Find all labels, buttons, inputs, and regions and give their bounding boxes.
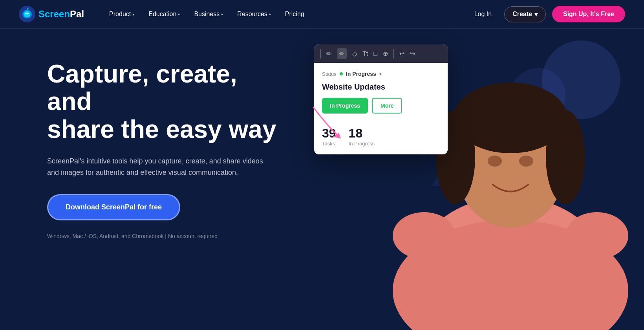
signup-button[interactable]: Sign Up, It's Free [552,6,625,22]
nav-item-resources[interactable]: Resources ▾ [231,7,277,21]
svg-point-11 [519,156,533,167]
svg-marker-2 [333,133,341,139]
in-progress-label: In Progress [349,141,375,147]
navigation: ScreenPal Product ▾ Education ▾ Business… [0,0,644,29]
status-chevron-icon: ▾ [379,72,381,76]
zoom-icon[interactable]: ⊕ [383,50,388,57]
redo-icon[interactable]: ↪ [410,50,415,57]
status-text: In Progress [346,71,376,77]
hero-section: Capture, create, and share the easy way … [0,29,644,330]
chevron-down-icon: ▾ [221,12,223,16]
in-progress-count: 18 [349,126,375,141]
svg-point-9 [546,110,585,204]
pen-icon[interactable]: ✏ [326,50,331,57]
nav-links: Product ▾ Education ▾ Business ▾ Resourc… [103,7,468,21]
text-icon[interactable]: Tt [362,50,368,57]
nav-item-pricing[interactable]: Pricing [279,7,311,21]
arrow-annotation [302,99,349,148]
svg-point-1 [24,11,30,17]
hero-content: Capture, create, and share the easy way … [0,29,283,330]
draw-icon[interactable]: ✏ [337,48,347,59]
mockup-card-title: Website Updates [322,82,440,92]
nav-item-education[interactable]: Education ▾ [142,7,186,21]
rectangle-icon[interactable]: □ [373,50,377,57]
nav-right: Log In Create ▾ Sign Up, It's Free [468,6,625,22]
logo[interactable]: ScreenPal [19,6,84,22]
chevron-down-icon: ▾ [534,11,538,18]
chevron-down-icon: ▾ [132,12,134,16]
nav-item-product[interactable]: Product ▾ [103,7,141,21]
logo-text: ScreenPal [38,9,84,20]
nav-item-business[interactable]: Business ▾ [188,7,229,21]
svg-point-10 [488,156,502,167]
eraser-icon[interactable]: ◇ [352,50,357,57]
status-indicator [340,72,343,75]
hero-title: Capture, create, and share the easy way [47,60,283,143]
hero-subtitle: ScreenPal's intuitive tools help you cap… [47,156,267,178]
login-button[interactable]: Log In [468,7,498,21]
chevron-down-icon: ▾ [178,12,180,16]
chevron-down-icon: ▾ [269,12,271,16]
undo-icon[interactable]: ↩ [399,50,404,57]
mockup-status: Status In Progress ▾ [322,71,440,77]
mockup-toolbar: ✏ ✏ ◇ Tt □ ⊕ ↩ ↪ [314,44,448,63]
platform-info: Windows, Mac / iOS, Android, and Chromeb… [47,233,283,239]
hero-visual: ✏ ✏ ◇ Tt □ ⊕ ↩ ↪ Status In Progress ▾ We… [283,29,644,330]
svg-point-13 [565,212,628,259]
toolbar-divider-2 [393,49,394,59]
create-button[interactable]: Create ▾ [504,6,546,22]
in-progress-stat: 18 In Progress [349,126,375,147]
download-button[interactable]: Download ScreenPal for free [47,194,180,220]
toolbar-divider [320,49,321,59]
more-button[interactable]: More [372,98,402,114]
svg-point-12 [393,212,456,259]
